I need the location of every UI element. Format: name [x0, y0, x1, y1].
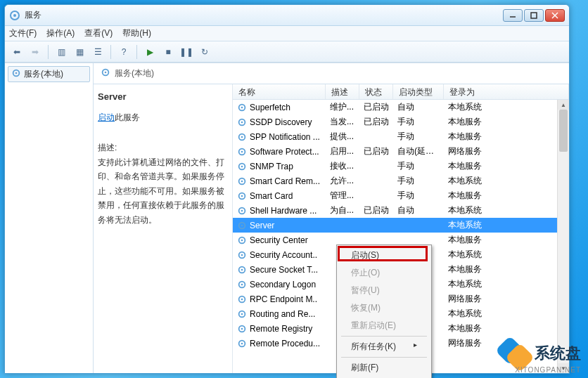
forward-button[interactable]: ➡	[27, 44, 43, 60]
show-hide-button[interactable]: ▥	[53, 44, 69, 60]
cell-startup: 手动	[393, 190, 444, 202]
minimize-button[interactable]	[503, 9, 523, 22]
export-button[interactable]: ▦	[72, 44, 87, 60]
cell-logon: 本地系统	[444, 175, 569, 187]
service-row[interactable]: SSDP Discovery当发...已启动手动本地服务	[233, 115, 569, 129]
menu-view[interactable]: 查看(V)	[84, 27, 113, 39]
right-pane: 服务(本地) Server 启动此服务 描述: 支持此计算机通过网络的文件、打印…	[94, 63, 569, 373]
ctx-stop[interactable]: 停止(O)	[338, 264, 430, 282]
cell-logon: 本地系统	[444, 308, 569, 320]
service-row[interactable]: Smart Card管理...手动本地服务	[233, 188, 569, 203]
titlebar[interactable]: 服务	[5, 5, 569, 26]
cell-startup: 手动	[393, 160, 444, 172]
tree-root-label: 服务(本地)	[24, 68, 63, 80]
scroll-thumb[interactable]	[559, 110, 568, 152]
window-title: 服务	[25, 9, 503, 21]
cell-status: 已启动	[359, 101, 393, 113]
restart-service-button[interactable]: ↻	[197, 44, 212, 60]
cell-startup: 手动	[393, 175, 444, 187]
cell-desc: 管理...	[326, 190, 359, 202]
cell-desc: 接收...	[326, 160, 359, 172]
menu-file[interactable]: 文件(F)	[9, 27, 37, 39]
cell-name: Routing and Re...	[233, 309, 326, 319]
service-row[interactable]: Server本地系统	[233, 218, 569, 233]
menu-action[interactable]: 操作(A)	[46, 27, 75, 39]
service-row[interactable]: SPP Notification ...提供...手动本地服务	[233, 129, 569, 144]
pane-header: 服务(本地)	[94, 63, 569, 84]
cell-logon: 本地服务	[444, 116, 569, 128]
ctx-resume[interactable]: 恢复(M)	[338, 299, 430, 317]
cell-desc: 当发...	[326, 116, 359, 128]
col-desc[interactable]: 描述	[326, 84, 359, 99]
start-service-button[interactable]: ▶	[142, 44, 158, 60]
cell-name: Server	[233, 221, 326, 230]
cell-desc: 允许...	[326, 175, 359, 187]
description-label: 描述:	[98, 142, 225, 154]
svg-point-21	[241, 180, 243, 182]
cell-name: Smart Card	[233, 191, 326, 201]
cell-startup: 自动	[393, 204, 444, 216]
ctx-restart[interactable]: 重新启动(E)	[338, 317, 430, 334]
ctx-pause[interactable]: 暂停(U)	[338, 282, 430, 299]
ctx-all-tasks[interactable]: 所有任务(K)	[338, 338, 430, 356]
service-row[interactable]: SNMP Trap接收...手动本地服务	[233, 159, 569, 174]
svg-point-19	[241, 165, 243, 167]
col-status[interactable]: 状态	[359, 84, 393, 99]
ctx-start[interactable]: 启动(S)	[338, 247, 430, 264]
tree-root-item[interactable]: 服务(本地)	[8, 66, 90, 82]
description-text: 支持此计算机通过网络的文件、打印、和命名管道共享。如果服务停止，这些功能不可用。…	[98, 155, 225, 227]
watermark-url: XITONGPAN.NET	[515, 366, 581, 374]
watermark: 系统盘 XITONGPAN.NET	[497, 339, 581, 368]
cell-name: RPC Endpoint M..	[233, 294, 326, 304]
window-buttons	[503, 9, 565, 22]
ctx-separator	[341, 357, 427, 358]
cell-name: SSDP Discovery	[233, 117, 326, 127]
col-startup[interactable]: 启动类型	[393, 84, 444, 99]
context-menu: 启动(S) 停止(O) 暂停(U) 恢复(M) 重新启动(E) 所有任务(K) …	[336, 245, 432, 378]
service-row[interactable]: Shell Hardware ...为自...已启动自动本地系统	[233, 203, 569, 218]
col-name[interactable]: 名称	[233, 84, 326, 99]
cell-logon: 本地系统	[444, 204, 569, 216]
properties-button[interactable]: ☰	[90, 44, 106, 60]
cell-name: SNMP Trap	[233, 162, 326, 171]
svg-point-41	[241, 327, 243, 330]
menubar: 文件(F) 操作(A) 查看(V) 帮助(H)	[5, 26, 569, 41]
start-service-link[interactable]: 启动	[98, 112, 115, 122]
gear-icon	[11, 68, 21, 80]
cell-name: Secondary Logon	[233, 280, 326, 289]
cell-startup: 手动	[393, 116, 444, 128]
cell-logon: 网络服务	[444, 145, 569, 157]
cell-startup: 手动	[393, 131, 444, 143]
cell-startup: 自动(延迟...	[393, 145, 444, 157]
help-button[interactable]: ?	[116, 44, 132, 60]
service-row[interactable]: Superfetch维护...已启动自动本地系统	[233, 100, 569, 115]
close-button[interactable]	[545, 9, 565, 22]
gear-icon	[101, 67, 110, 79]
service-row[interactable]: Software Protect...启用...已启动自动(延迟...网络服务	[233, 144, 569, 159]
vertical-scrollbar[interactable]: ▲ ▼	[557, 100, 569, 373]
maximize-button[interactable]	[524, 9, 544, 22]
back-button[interactable]: ⬅	[9, 44, 25, 60]
cell-logon: 本地服务	[444, 234, 569, 246]
svg-point-35	[241, 283, 243, 285]
ctx-refresh[interactable]: 刷新(F)	[338, 359, 430, 377]
svg-point-1	[13, 14, 16, 17]
watermark-text: 系统盘	[535, 343, 581, 364]
cell-logon: 本地系统	[444, 101, 569, 113]
cell-name: Remote Procedu...	[233, 339, 326, 348]
stop-service-button[interactable]: ■	[160, 44, 176, 60]
cell-name: Security Center	[233, 235, 326, 245]
svg-point-11	[241, 106, 243, 108]
col-logon[interactable]: 登录为	[444, 84, 569, 99]
app-icon	[9, 10, 20, 21]
cell-name: Security Account..	[233, 250, 326, 260]
svg-point-23	[241, 195, 243, 197]
watermark-logo-icon	[497, 339, 530, 368]
menu-help[interactable]: 帮助(H)	[122, 27, 151, 39]
cell-name: Superfetch	[233, 103, 326, 112]
cell-logon: 本地服务	[444, 160, 569, 172]
pause-service-button[interactable]: ❚❚	[179, 44, 194, 60]
scroll-up-icon[interactable]: ▲	[558, 100, 569, 110]
ctx-separator	[341, 336, 427, 337]
service-row[interactable]: Smart Card Rem...允许...手动本地系统	[233, 174, 569, 188]
